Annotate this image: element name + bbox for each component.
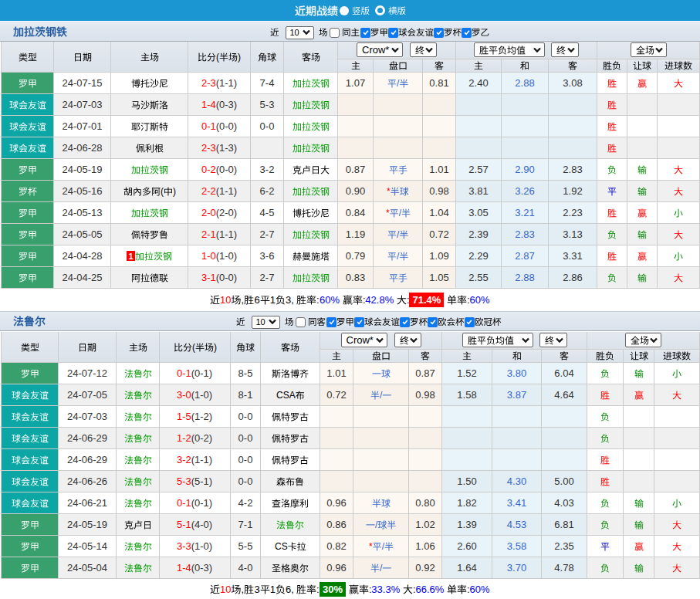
svg-text:3-1: 3-1 <box>201 272 216 283</box>
svg-text:(0-0): (0-0) <box>216 272 237 283</box>
svg-text:(0-1): (0-1) <box>191 367 212 379</box>
svg-text:/: / <box>397 77 400 88</box>
svg-text:,: , <box>242 294 245 306</box>
svg-text:CS: CS <box>275 540 288 551</box>
svg-text:(1-1): (1-1) <box>216 228 237 240</box>
svg-text:): ) <box>214 341 217 352</box>
svg-text:*: * <box>387 185 391 196</box>
svg-text:2-3: 2-3 <box>201 77 216 89</box>
svg-text:1-4: 1-4 <box>177 562 191 574</box>
svg-text:(1-1): (1-1) <box>216 185 237 197</box>
svg-text:(5-1): (5-1) <box>191 475 212 487</box>
svg-text:(1-0): (1-0) <box>216 250 237 262</box>
svg-text:1-4: 1-4 <box>201 99 216 110</box>
svg-text:*: * <box>369 540 373 551</box>
svg-text:/: / <box>398 207 401 218</box>
svg-text:0-1: 0-1 <box>177 367 191 379</box>
svg-text:3-0: 3-0 <box>177 389 191 401</box>
svg-text:CSA: CSA <box>276 389 296 400</box>
svg-text:5-1: 5-1 <box>177 519 191 530</box>
svg-text:,: , <box>242 583 245 594</box>
svg-text:(1-1): (1-1) <box>191 454 212 465</box>
svg-text:1-0: 1-0 <box>201 250 216 262</box>
svg-text:1-5: 1-5 <box>177 411 191 422</box>
svg-text:0-1: 0-1 <box>177 497 191 509</box>
svg-text:2-2: 2-2 <box>201 185 216 197</box>
svg-text:0-1: 0-1 <box>201 120 216 132</box>
svg-text:/: / <box>397 228 400 239</box>
svg-text:*: * <box>386 207 390 218</box>
svg-text:(0-0): (0-0) <box>216 120 237 132</box>
svg-text:5-3: 5-3 <box>177 475 191 487</box>
svg-text:/: / <box>375 519 378 530</box>
svg-text:(0-3): (0-3) <box>216 99 237 110</box>
svg-text:10: 10 <box>220 294 231 306</box>
svg-text:(0-1): (0-1) <box>191 497 212 509</box>
svg-text:): ) <box>238 51 241 62</box>
svg-text:2-3: 2-3 <box>201 142 216 154</box>
svg-text:2-1: 2-1 <box>201 228 216 240</box>
svg-text:(: ( <box>192 341 195 352</box>
svg-text:3-2: 3-2 <box>177 454 191 465</box>
svg-text:(1-0): (1-0) <box>191 389 212 401</box>
svg-text:/: / <box>380 562 383 573</box>
svg-text:(4-0): (4-0) <box>191 519 212 530</box>
svg-text:(: ( <box>161 185 164 196</box>
svg-text:(2-0): (2-0) <box>216 207 237 218</box>
svg-text:/: / <box>397 250 400 261</box>
svg-text:(1-1): (1-1) <box>216 77 237 89</box>
svg-text:(: ( <box>216 51 219 62</box>
svg-text:(0-3): (0-3) <box>191 562 212 574</box>
svg-text:(1-0): (1-0) <box>191 540 212 552</box>
svg-text:): ) <box>173 185 176 196</box>
svg-text:(0-2): (0-2) <box>191 432 212 444</box>
svg-text:2-0: 2-0 <box>201 207 216 218</box>
svg-text:(0-0): (0-0) <box>216 164 237 175</box>
svg-text:(1-2): (1-2) <box>191 411 212 422</box>
svg-text:10: 10 <box>220 583 231 594</box>
svg-text:/: / <box>380 389 383 400</box>
svg-text:1-2: 1-2 <box>177 432 191 444</box>
svg-text:3-3: 3-3 <box>177 540 191 552</box>
svg-text:(1-3): (1-3) <box>216 142 237 154</box>
svg-text:/: / <box>381 540 384 551</box>
svg-text:0-2: 0-2 <box>201 164 216 175</box>
